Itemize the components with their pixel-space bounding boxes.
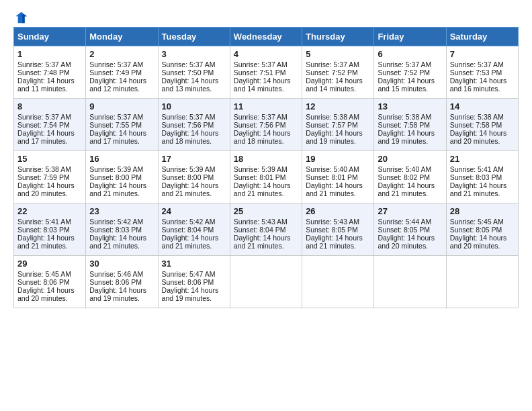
sunset-text: Sunset: 7:57 PM: [306, 121, 358, 129]
day-header-saturday: Saturday: [446, 28, 518, 46]
sunrise-text: Sunrise: 5:37 AM: [234, 113, 287, 121]
day-number: 11: [234, 101, 298, 111]
calendar-cell: [446, 256, 518, 308]
sunset-text: Sunset: 8:01 PM: [234, 173, 286, 181]
sunrise-text: Sunrise: 5:38 AM: [450, 113, 504, 121]
day-number: 18: [234, 154, 298, 164]
daylight-text: Daylight: 14 hours and 19 minutes.: [306, 129, 363, 145]
day-number: 15: [17, 154, 82, 164]
calendar-cell: 20Sunrise: 5:40 AMSunset: 8:02 PMDayligh…: [374, 151, 446, 203]
day-number: 27: [378, 206, 442, 216]
day-number: 2: [89, 49, 154, 59]
sunset-text: Sunset: 8:03 PM: [450, 173, 502, 181]
daylight-text: Daylight: 14 hours and 18 minutes.: [162, 129, 219, 145]
calendar-cell: 21Sunrise: 5:41 AMSunset: 8:03 PMDayligh…: [446, 151, 518, 203]
day-number: 29: [17, 259, 82, 269]
sunset-text: Sunset: 7:59 PM: [17, 173, 70, 181]
sunset-text: Sunset: 8:06 PM: [17, 278, 70, 286]
calendar-cell: 9Sunrise: 5:37 AMSunset: 7:55 PMDaylight…: [86, 99, 158, 151]
day-number: 7: [450, 49, 515, 59]
sunrise-text: Sunrise: 5:37 AM: [378, 60, 431, 68]
sunrise-text: Sunrise: 5:38 AM: [17, 165, 71, 173]
daylight-text: Daylight: 14 hours and 21 minutes.: [162, 234, 219, 250]
sunrise-text: Sunrise: 5:37 AM: [306, 60, 359, 68]
day-header-monday: Monday: [86, 28, 158, 46]
calendar-cell: 6Sunrise: 5:37 AMSunset: 7:52 PMDaylight…: [374, 46, 446, 99]
calendar-cell: 13Sunrise: 5:38 AMSunset: 7:58 PMDayligh…: [374, 99, 446, 151]
sunrise-text: Sunrise: 5:38 AM: [306, 113, 359, 121]
daylight-text: Daylight: 14 hours and 20 minutes.: [17, 181, 75, 197]
daylight-text: Daylight: 14 hours and 19 minutes.: [378, 129, 435, 145]
daylight-text: Daylight: 14 hours and 17 minutes.: [89, 129, 146, 145]
day-number: 14: [450, 101, 515, 111]
calendar-cell: 15Sunrise: 5:38 AMSunset: 7:59 PMDayligh…: [14, 151, 86, 203]
daylight-text: Daylight: 14 hours and 21 minutes.: [234, 181, 291, 197]
sunset-text: Sunset: 8:04 PM: [234, 226, 286, 234]
calendar-cell: 2Sunrise: 5:37 AMSunset: 7:49 PMDaylight…: [86, 46, 158, 99]
sunrise-text: Sunrise: 5:37 AM: [89, 60, 143, 68]
sunrise-text: Sunrise: 5:38 AM: [378, 113, 431, 121]
daylight-text: Daylight: 14 hours and 20 minutes.: [17, 286, 75, 302]
calendar-cell: 29Sunrise: 5:45 AMSunset: 8:06 PMDayligh…: [14, 256, 86, 308]
logo-icon: [13, 11, 27, 24]
day-header-wednesday: Wednesday: [230, 28, 302, 46]
daylight-text: Daylight: 14 hours and 21 minutes.: [89, 181, 146, 197]
calendar-cell: [230, 256, 302, 308]
page-header: [13, 11, 519, 24]
calendar-cell: 19Sunrise: 5:40 AMSunset: 8:01 PMDayligh…: [302, 151, 374, 203]
daylight-text: Daylight: 14 hours and 20 minutes.: [450, 234, 507, 250]
sunset-text: Sunset: 7:52 PM: [306, 68, 358, 77]
sunset-text: Sunset: 7:53 PM: [450, 68, 502, 77]
sunrise-text: Sunrise: 5:40 AM: [378, 165, 431, 173]
sunset-text: Sunset: 7:50 PM: [162, 68, 214, 77]
daylight-text: Daylight: 14 hours and 14 minutes.: [234, 77, 291, 93]
sunrise-text: Sunrise: 5:39 AM: [234, 165, 287, 173]
daylight-text: Daylight: 14 hours and 16 minutes.: [450, 77, 507, 93]
sunset-text: Sunset: 7:52 PM: [378, 68, 430, 77]
day-number: 6: [378, 49, 442, 59]
sunset-text: Sunset: 8:06 PM: [162, 278, 214, 286]
calendar-cell: [374, 256, 446, 308]
daylight-text: Daylight: 14 hours and 12 minutes.: [89, 77, 146, 93]
sunrise-text: Sunrise: 5:39 AM: [89, 165, 143, 173]
sunrise-text: Sunrise: 5:40 AM: [306, 165, 359, 173]
day-number: 12: [306, 101, 370, 111]
day-number: 3: [162, 49, 226, 59]
sunrise-text: Sunrise: 5:41 AM: [17, 218, 71, 226]
sunrise-text: Sunrise: 5:37 AM: [17, 113, 71, 121]
day-header-thursday: Thursday: [302, 28, 374, 46]
calendar-cell: 14Sunrise: 5:38 AMSunset: 7:58 PMDayligh…: [446, 99, 518, 151]
sunset-text: Sunset: 7:49 PM: [89, 68, 142, 77]
sunrise-text: Sunrise: 5:46 AM: [89, 270, 143, 278]
calendar-cell: 31Sunrise: 5:47 AMSunset: 8:06 PMDayligh…: [158, 256, 230, 308]
day-number: 19: [306, 154, 370, 164]
sunset-text: Sunset: 7:58 PM: [378, 121, 430, 129]
day-number: 31: [162, 259, 226, 269]
svg-marker-0: [15, 12, 27, 24]
day-number: 10: [162, 101, 226, 111]
daylight-text: Daylight: 14 hours and 20 minutes.: [378, 234, 435, 250]
sunset-text: Sunset: 8:01 PM: [306, 173, 358, 181]
calendar-cell: 1Sunrise: 5:37 AMSunset: 7:48 PMDaylight…: [14, 46, 86, 99]
day-number: 13: [378, 101, 442, 111]
day-number: 17: [162, 154, 226, 164]
calendar-cell: 3Sunrise: 5:37 AMSunset: 7:50 PMDaylight…: [158, 46, 230, 99]
daylight-text: Daylight: 14 hours and 17 minutes.: [17, 129, 75, 145]
day-number: 21: [450, 154, 515, 164]
sunset-text: Sunset: 8:04 PM: [162, 226, 214, 234]
sunset-text: Sunset: 7:51 PM: [234, 68, 286, 77]
sunset-text: Sunset: 7:48 PM: [17, 68, 70, 77]
calendar-cell: 24Sunrise: 5:42 AMSunset: 8:04 PMDayligh…: [158, 203, 230, 256]
day-number: 1: [17, 49, 82, 59]
daylight-text: Daylight: 14 hours and 13 minutes.: [162, 77, 219, 93]
calendar-cell: 12Sunrise: 5:38 AMSunset: 7:57 PMDayligh…: [302, 99, 374, 151]
sunrise-text: Sunrise: 5:44 AM: [378, 218, 431, 226]
calendar-cell: 8Sunrise: 5:37 AMSunset: 7:54 PMDaylight…: [14, 99, 86, 151]
day-number: 25: [234, 206, 298, 216]
sunset-text: Sunset: 8:00 PM: [89, 173, 142, 181]
logo: [13, 11, 30, 24]
daylight-text: Daylight: 14 hours and 21 minutes.: [17, 234, 75, 250]
sunset-text: Sunset: 7:56 PM: [162, 121, 214, 129]
day-number: 28: [450, 206, 515, 216]
sunset-text: Sunset: 8:05 PM: [306, 226, 358, 234]
